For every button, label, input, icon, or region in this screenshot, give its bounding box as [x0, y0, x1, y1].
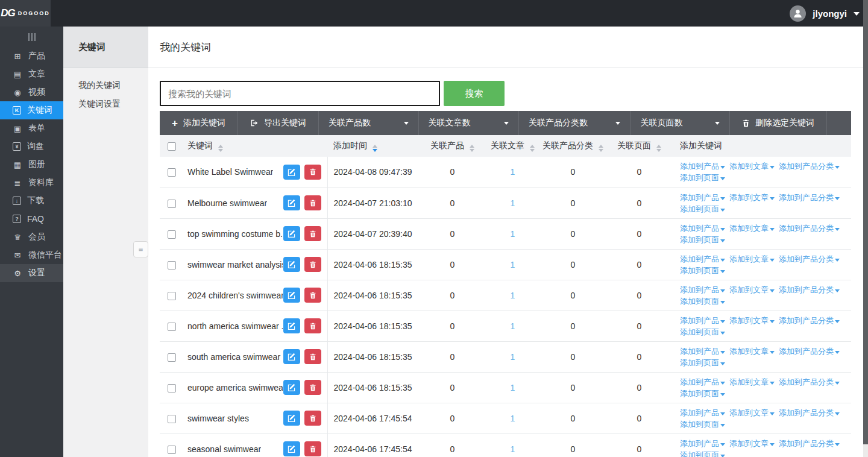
edit-button[interactable]: [283, 318, 300, 333]
related-category-count-dropdown[interactable]: 关联产品分类数: [519, 111, 631, 135]
add-to-article-link[interactable]: 添加到文章: [729, 316, 775, 325]
add-to-page-link[interactable]: 添加到页面: [680, 450, 725, 457]
add-to-article-link[interactable]: 添加到文章: [729, 254, 775, 263]
add-to-category-link[interactable]: 添加到产品分类: [779, 162, 840, 171]
add-to-page-link[interactable]: 添加到页面: [680, 173, 725, 182]
related-articles-count-link[interactable]: 1: [511, 383, 515, 392]
add-to-page-link[interactable]: 添加到页面: [680, 327, 725, 336]
edit-button[interactable]: [283, 257, 300, 272]
row-checkbox[interactable]: [168, 446, 176, 454]
sidebar-item-articles[interactable]: ▤ 文章: [0, 65, 63, 83]
add-to-page-link[interactable]: 添加到页面: [680, 358, 725, 367]
add-to-article-link[interactable]: 添加到文章: [729, 224, 775, 233]
row-checkbox[interactable]: [168, 353, 176, 362]
add-to-article-link[interactable]: 添加到文章: [729, 439, 775, 448]
delete-button[interactable]: [304, 411, 321, 426]
related-article-count-dropdown[interactable]: 关联文章数: [419, 111, 520, 135]
add-to-category-link[interactable]: 添加到产品分类: [779, 224, 840, 233]
add-to-product-link[interactable]: 添加到产品: [680, 347, 725, 356]
row-checkbox[interactable]: [168, 323, 176, 331]
sidebar-item-downloads[interactable]: ↓ 下载: [0, 192, 63, 210]
row-checkbox[interactable]: [168, 415, 176, 423]
header-added-time[interactable]: 添加时间: [327, 135, 418, 157]
add-to-category-link[interactable]: 添加到产品分类: [779, 439, 840, 448]
related-articles-count-link[interactable]: 1: [511, 444, 515, 454]
add-to-page-link[interactable]: 添加到页面: [680, 235, 725, 244]
subsidebar-item-my-keywords[interactable]: 我的关键词: [63, 76, 148, 95]
edit-button[interactable]: [283, 165, 300, 180]
user-menu[interactable]: jlyongyi: [790, 5, 868, 22]
sidebar-item-wechat[interactable]: ✉ 微信平台: [0, 246, 63, 264]
sidebar-item-videos[interactable]: ◉ 视频: [0, 83, 63, 101]
row-checkbox[interactable]: [168, 292, 176, 300]
edit-button[interactable]: [283, 349, 300, 364]
add-to-product-link[interactable]: 添加到产品: [680, 193, 725, 202]
sidebar-item-faq[interactable]: ? FAQ: [0, 210, 63, 228]
edit-button[interactable]: [283, 380, 300, 395]
delete-selected-button[interactable]: 删除选定关键词: [730, 111, 827, 135]
edit-button[interactable]: [283, 195, 300, 210]
select-all-checkbox[interactable]: [168, 142, 176, 151]
related-articles-count-link[interactable]: 1: [511, 229, 515, 239]
related-page-count-dropdown[interactable]: 关联页面数: [631, 111, 730, 135]
delete-button[interactable]: [304, 288, 321, 303]
add-to-product-link[interactable]: 添加到产品: [680, 224, 725, 233]
add-to-product-link[interactable]: 添加到产品: [680, 408, 725, 417]
add-to-page-link[interactable]: 添加到页面: [680, 389, 725, 398]
add-to-page-link[interactable]: 添加到页面: [680, 204, 725, 213]
delete-button[interactable]: [304, 165, 321, 180]
delete-button[interactable]: [304, 441, 321, 456]
sidebar-item-albums[interactable]: ▦ 图册: [0, 156, 63, 174]
add-to-article-link[interactable]: 添加到文章: [729, 408, 775, 417]
add-to-article-link[interactable]: 添加到文章: [729, 347, 775, 356]
edit-button[interactable]: [283, 411, 300, 426]
add-to-category-link[interactable]: 添加到产品分类: [779, 193, 840, 202]
related-product-count-dropdown[interactable]: 关联产品数: [319, 111, 419, 135]
related-articles-count-link[interactable]: 1: [511, 321, 515, 331]
panel-toggle-button[interactable]: ≡: [133, 241, 148, 257]
add-to-page-link[interactable]: 添加到页面: [680, 266, 725, 275]
related-articles-count-link[interactable]: 1: [511, 414, 515, 423]
related-articles-count-link[interactable]: 1: [511, 260, 515, 269]
add-to-article-link[interactable]: 添加到文章: [729, 377, 775, 386]
add-to-page-link[interactable]: 添加到页面: [680, 420, 725, 429]
sidebar-item-settings[interactable]: ⚙ 设置: [0, 264, 63, 282]
add-to-category-link[interactable]: 添加到产品分类: [779, 408, 840, 417]
delete-button[interactable]: [304, 226, 321, 241]
delete-button[interactable]: [304, 195, 321, 210]
edit-button[interactable]: [283, 441, 300, 456]
row-checkbox[interactable]: [168, 168, 176, 177]
related-articles-count-link[interactable]: 1: [511, 198, 515, 208]
add-to-article-link[interactable]: 添加到文章: [729, 162, 775, 171]
add-to-product-link[interactable]: 添加到产品: [680, 377, 725, 386]
delete-button[interactable]: [304, 349, 321, 364]
add-to-article-link[interactable]: 添加到文章: [729, 285, 775, 294]
sidebar-collapse-button[interactable]: [0, 27, 63, 47]
add-to-page-link[interactable]: 添加到页面: [680, 297, 725, 306]
related-articles-count-link[interactable]: 1: [511, 167, 515, 177]
sidebar-item-members[interactable]: ♛ 会员: [0, 228, 63, 246]
add-keyword-button[interactable]: + 添加关键词: [160, 111, 238, 135]
export-keywords-button[interactable]: 导出关键词: [238, 111, 319, 135]
delete-button[interactable]: [304, 318, 321, 333]
add-to-product-link[interactable]: 添加到产品: [680, 316, 725, 325]
header-related-articles[interactable]: 关联文章: [487, 135, 538, 157]
add-to-category-link[interactable]: 添加到产品分类: [779, 377, 840, 386]
add-to-product-link[interactable]: 添加到产品: [680, 162, 725, 171]
add-to-category-link[interactable]: 添加到产品分类: [779, 316, 840, 325]
add-to-product-link[interactable]: 添加到产品: [680, 439, 725, 448]
delete-button[interactable]: [304, 257, 321, 272]
vertical-scrollbar[interactable]: [863, 0, 868, 444]
add-to-product-link[interactable]: 添加到产品: [680, 285, 725, 294]
search-button[interactable]: 搜索: [444, 81, 505, 106]
sidebar-item-forms[interactable]: ▣ 表单: [0, 119, 63, 137]
related-articles-count-link[interactable]: 1: [511, 291, 515, 300]
add-to-category-link[interactable]: 添加到产品分类: [779, 347, 840, 356]
header-related-products[interactable]: 关联产品: [418, 135, 487, 157]
row-checkbox[interactable]: [168, 230, 176, 239]
subsidebar-item-keyword-settings[interactable]: 关键词设置: [63, 95, 148, 113]
row-checkbox[interactable]: [168, 200, 176, 208]
sidebar-item-products[interactable]: ⊞ 产品: [0, 47, 63, 65]
related-articles-count-link[interactable]: 1: [511, 352, 515, 362]
search-input[interactable]: [160, 81, 440, 106]
